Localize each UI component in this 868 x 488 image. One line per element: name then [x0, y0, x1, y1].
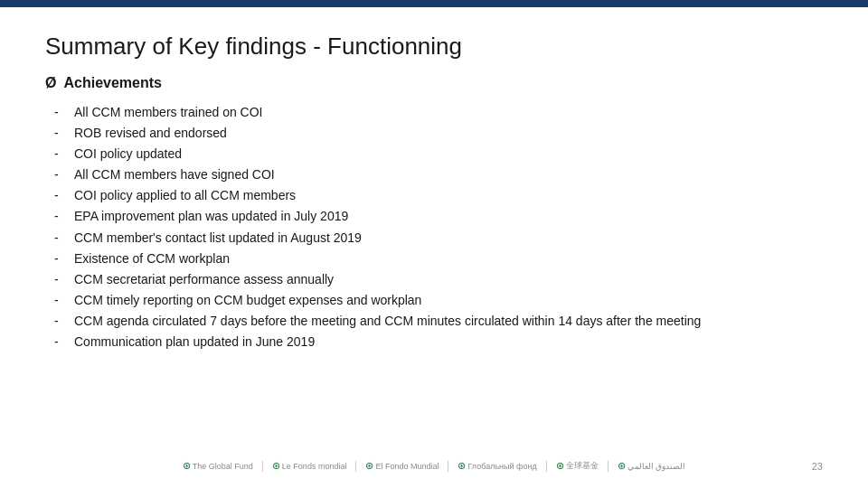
dash-icon: -: [54, 269, 69, 290]
footer-divider: [262, 461, 263, 472]
logo-label: Глобальный фонд: [467, 462, 536, 471]
list-item: -All CCM members have signed COI: [54, 164, 823, 185]
list-item: -CCM timely reporting on CCM budget expe…: [54, 290, 823, 311]
footer-logo-item: ⊛The Global Fund: [183, 460, 253, 472]
logo-label: الصندوق العالمي: [627, 462, 686, 471]
section-header: Ø Achievements: [45, 75, 823, 91]
dash-icon: -: [54, 123, 69, 144]
dash-icon: -: [54, 164, 69, 185]
logo-icon: ⊛: [458, 460, 466, 472]
list-item-text: ROB revised and endorsed: [74, 123, 823, 144]
list-item: -CCM agenda circulated 7 days before the…: [54, 311, 823, 332]
list-item: -COI policy updated: [54, 144, 823, 164]
list-item-text: Existence of CCM workplan: [74, 249, 823, 269]
arrow-icon: Ø: [45, 75, 56, 91]
list-item-text: EPA improvement plan was updated in July…: [74, 206, 823, 227]
list-item-text: CCM member's contact list updated in Aug…: [74, 228, 823, 249]
top-bar: [0, 0, 868, 7]
dash-icon: -: [54, 249, 69, 269]
dash-icon: -: [54, 332, 69, 352]
list-item-text: COI policy updated: [74, 144, 823, 164]
footer-logo-item: ⊛الصندوق العالمي: [618, 460, 686, 472]
dash-icon: -: [54, 290, 69, 311]
logo-label: Le Fonds mondial: [282, 462, 347, 471]
footer-logos: ⊛The Global Fund⊛Le Fonds mondial⊛El Fon…: [183, 460, 685, 472]
logo-label: The Global Fund: [193, 462, 253, 471]
footer-divider: [355, 461, 356, 472]
list-item: -EPA improvement plan was updated in Jul…: [54, 206, 823, 227]
page-number: 23: [812, 461, 823, 472]
main-content: Summary of Key findings - Functionning Ø…: [0, 7, 868, 371]
list-item: -CCM secretariat performance assess annu…: [54, 269, 823, 290]
list-item-text: CCM timely reporting on CCM budget expen…: [74, 290, 823, 311]
list-item-text: CCM agenda circulated 7 days before the …: [74, 311, 823, 332]
footer-logo-item: ⊛El Fondo Mundial: [365, 460, 439, 472]
footer-logo-item: ⊛Le Fonds mondial: [272, 460, 347, 472]
list-item-text: All CCM members trained on COI: [74, 102, 823, 123]
logo-icon: ⊛: [365, 460, 373, 472]
list-item-text: Communication plan updated in June 2019: [74, 332, 823, 352]
list-item-text: CCM secretariat performance assess annua…: [74, 269, 823, 290]
footer-divider: [608, 461, 609, 472]
footer-logo-item: ⊛Глобальный фонд: [458, 460, 536, 472]
section-title: Achievements: [63, 75, 162, 91]
list-item: -CCM member's contact list updated in Au…: [54, 228, 823, 249]
dash-icon: -: [54, 311, 69, 332]
footer-divider: [546, 461, 547, 472]
dash-icon: -: [54, 185, 69, 206]
footer-logo-item: ⊛全球基金: [556, 460, 599, 472]
list-item-text: All CCM members have signed COI: [74, 164, 823, 185]
list-item: -Existence of CCM workplan: [54, 249, 823, 269]
list-item: -ROB revised and endorsed: [54, 123, 823, 144]
dash-icon: -: [54, 144, 69, 164]
logo-label: 全球基金: [566, 460, 599, 472]
page-title: Summary of Key findings - Functionning: [45, 33, 823, 61]
list-item: -COI policy applied to all CCM members: [54, 185, 823, 206]
list-item-text: COI policy applied to all CCM members: [74, 185, 823, 206]
logo-icon: ⊛: [183, 460, 191, 472]
logo-icon: ⊛: [556, 460, 564, 472]
logo-icon: ⊛: [272, 460, 280, 472]
dash-icon: -: [54, 228, 69, 249]
logo-label: El Fondo Mundial: [375, 462, 439, 471]
footer-divider: [448, 461, 448, 472]
dash-icon: -: [54, 206, 69, 227]
bullet-list: -All CCM members trained on COI-ROB revi…: [45, 102, 823, 352]
list-item: -Communication plan updated in June 2019: [54, 332, 823, 352]
dash-icon: -: [54, 102, 69, 123]
footer: ⊛The Global Fund⊛Le Fonds mondial⊛El Fon…: [0, 460, 868, 472]
logo-icon: ⊛: [618, 460, 626, 472]
list-item: -All CCM members trained on COI: [54, 102, 823, 123]
